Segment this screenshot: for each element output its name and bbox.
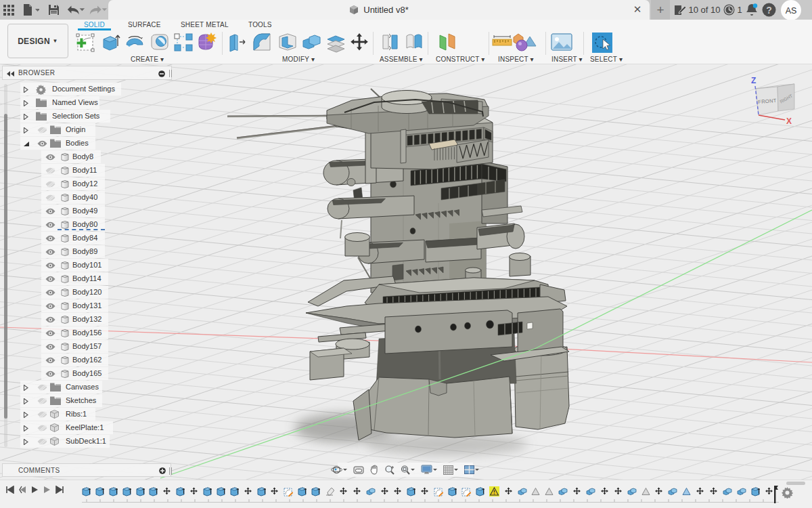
svg-text:AS: AS [786, 6, 797, 16]
svg-text:Z: Z [751, 76, 756, 85]
svg-text:?: ? [766, 5, 772, 16]
svg-text:X: X [786, 117, 792, 126]
